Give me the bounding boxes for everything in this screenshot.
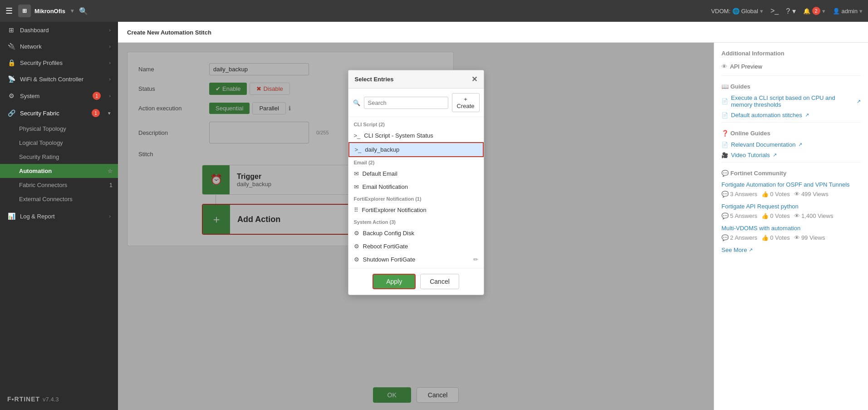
modal-item-label-email-notification: Email Notification [363,183,408,190]
api-preview-button[interactable]: 👁 API Preview [721,61,861,72]
divider-3 [721,162,861,163]
help-icon[interactable]: ? ▾ [786,7,795,15]
modal-cancel-button[interactable]: Cancel [420,274,459,289]
modal-item-shutdown-fortigate[interactable]: ⚙ Shutdown FortiGate ✏ [348,253,484,266]
guide-link-default-stitches[interactable]: 📄 Default automation stitches ↗ [721,112,861,119]
brand: ⊞ MikronOfis ▾ [18,5,74,17]
dashboard-icon: ⊞ [7,26,15,34]
post1-icon-chat: 💬 [721,191,729,198]
cli-icon-1: >_ [354,132,361,139]
modal-item-default-email[interactable]: ✉ Default Email [348,167,484,180]
main-layout: ⊞ Dashboard › 🔌 Network › 🔒 Security Pro… [0,22,868,410]
edit-icon[interactable]: ✏ [473,256,478,263]
notifications[interactable]: 🔔 2 ▾ [803,7,825,15]
online-guide-link-videos[interactable]: 🎥 Video Tutorials ↗ [721,152,861,158]
page-header: Create New Automation Stitch [118,22,868,43]
modal-overlay: Select Entries ✕ 🔍 + Create CLI Scr [118,43,714,410]
post1-icon-view: 👁 [794,191,800,198]
additional-info-title: Additional Information [721,50,861,57]
modal-item-label-backup-config: Backup Config Disk [363,230,414,237]
global-label: 🌐 Global [732,8,758,15]
admin-menu[interactable]: 👤 admin ▾ [833,8,863,15]
post1-answers: 3 Answers [730,191,757,198]
modal-close-button[interactable]: ✕ [471,75,477,84]
topbar: ☰ ⊞ MikronOfis ▾ 🔍 VDOM: 🌐 Global ▾ >_ ?… [0,0,868,22]
online-guide-icon-1: 📄 [721,142,728,148]
admin-dropdown-icon: ▾ [859,8,863,15]
guide-icon-2: 📄 [721,112,728,119]
sidebar-item-dashboard[interactable]: ⊞ Dashboard › [0,22,118,38]
online-guide-link-docs[interactable]: 📄 Relevant Documentation ↗ [721,141,861,148]
post1-views: 499 Views [801,191,829,198]
divider-2 [721,122,861,123]
email-icon-1: ✉ [354,170,359,177]
sidebar-item-network[interactable]: 🔌 Network › [0,38,118,54]
sidebar-sub-security-rating[interactable]: Security Rating [0,150,118,164]
post1-votes: 0 Votes [770,191,790,198]
modal-header: Select Entries ✕ [348,70,484,89]
online-guide-label-videos: Video Tutorials [731,152,770,158]
modal-item-backup-config[interactable]: ⚙ Backup Config Disk [348,227,484,240]
sidebar-sub-external-connectors[interactable]: External Connectors [0,192,118,206]
create-button[interactable]: + Create [452,93,480,112]
fabric-connectors-badge: 1 [109,182,113,188]
sidebar-sub-logical-topology[interactable]: Logical Topology [0,136,118,150]
sidebar-sub-label-fabric: Fabric Connectors [19,182,109,188]
notification-badge: 2 [812,7,820,15]
shutdown-item-content: ⚙ Shutdown FortiGate [354,256,416,263]
brand-dropdown[interactable]: ▾ [71,8,74,14]
cli-icon-2: >_ [355,146,362,153]
sidebar-item-wifi-switch[interactable]: 📡 WiFi & Switch Controller › [0,71,118,87]
sidebar-sub-label-security-rating: Security Rating [19,153,59,160]
guide-label-default-stitches: Default automation stitches [731,112,802,119]
modal-item-cli-system-status[interactable]: >_ CLI Script - System Status [348,129,484,142]
community-post-3[interactable]: Multi-VDOMS with automation [721,225,861,232]
modal-item-daily-backup[interactable]: >_ daily_backup [348,142,484,157]
vdom-selector[interactable]: VDOM: 🌐 Global ▾ [711,8,763,15]
sidebar-item-security-fabric[interactable]: 🔗 Security Fabric 1 ▾ [0,104,118,122]
sidebar-sub-automation[interactable]: Automation ☆ [0,164,118,178]
sidebar-label-network: Network [20,43,42,50]
guides-title: 📖 Guides [721,83,861,90]
modal-item-email-notification[interactable]: ✉ Email Notification [348,180,484,193]
sidebar-item-system[interactable]: ⚙ System 1 › [0,87,118,104]
sidebar-sub-physical-topology[interactable]: Physical Topology [0,122,118,136]
see-more-link[interactable]: See More ↗ [721,247,861,253]
sidebar-label-security-profiles: Security Profiles [20,59,63,66]
post3-views: 99 Views [801,234,825,241]
hamburger-icon[interactable]: ☰ [5,6,13,16]
post2-icon-view: 👁 [794,212,800,219]
question-icon: ❓ [721,130,729,137]
email-icon-2: ✉ [354,183,359,190]
see-more-icon: ↗ [749,247,753,253]
network-chevron: › [109,44,111,49]
external-link-icon-4: ↗ [773,152,777,158]
guide-link-execute-cli[interactable]: 📄 Execute a CLI script based on CPU and … [721,94,861,108]
right-panel: Additional Information 👁 API Preview 📖 G… [714,43,868,410]
gear-icon-3: ⚙ [354,256,359,263]
post3-icon-vote: 👍 [761,234,769,241]
post2-votes: 0 Votes [770,212,790,219]
external-link-icon-2: ↗ [805,112,809,118]
modal-item-fortiexplorer[interactable]: ⠿ FortiExplorer Notification [348,203,484,217]
modal-title: Select Entries [355,76,394,83]
log-report-icon: 📊 [7,212,15,220]
book-icon: 📖 [721,83,729,90]
online-guide-label-docs: Relevant Documentation [731,141,795,148]
sidebar-item-security-profiles[interactable]: 🔒 Security Profiles › [0,54,118,71]
modal-item-label-cli-system: CLI Script - System Status [364,132,433,139]
search-icon[interactable]: 🔍 [79,7,88,15]
sidebar-sub-fabric-connectors[interactable]: Fabric Connectors 1 [0,178,118,192]
modal-search-input[interactable] [364,97,448,109]
apply-button[interactable]: Apply [373,274,416,289]
community-post-1[interactable]: Fortigate Automation for OSPF and VPN Tu… [721,181,861,188]
community-post-2[interactable]: Fortigate API Request python [721,203,861,210]
modal-item-label-default-email: Default Email [363,170,397,177]
sidebar-item-log-report[interactable]: 📊 Log & Report › [0,208,118,224]
modal-item-reboot-fortigate[interactable]: ⚙ Reboot FortiGate [348,240,484,253]
modal-search-icon: 🔍 [353,99,360,106]
terminal-icon[interactable]: >_ [770,7,779,15]
post3-icon-chat: 💬 [721,234,729,241]
community-meta-1: 💬 3 Answers 👍 0 Votes 👁 499 Views [721,191,861,198]
automation-star-icon[interactable]: ☆ [108,168,113,174]
